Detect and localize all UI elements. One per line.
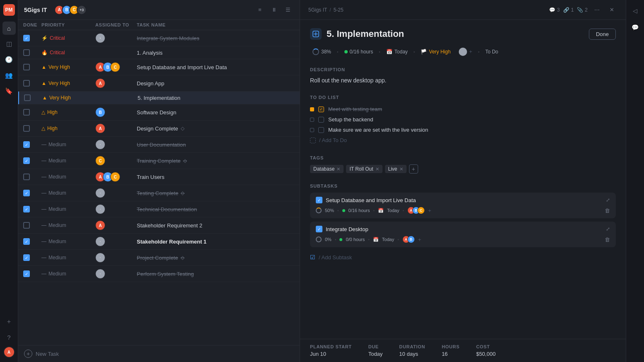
cost-label: COST [476,344,496,349]
close-icon[interactable]: ✕ [606,4,617,16]
task-checkbox[interactable]: ✓ [23,190,30,196]
task-checkbox[interactable] [23,222,30,229]
nav-home[interactable]: ⌂ [2,22,16,35]
add-subtask-row[interactable]: ☑ / Add Subtask [310,251,616,264]
view-list-icon[interactable]: ≡ [254,4,266,16]
duration-col: DURATION 10 days [399,344,425,357]
table-row[interactable]: ✓ — Medium · User Documentation [18,137,300,153]
view-grid-icon[interactable]: ☰ [282,4,294,16]
priority-label: Medium [48,271,66,277]
priority-label: Very High [48,64,70,70]
breadcrumb-sprint[interactable]: 5-25 [334,7,344,13]
sidebar-collapse-icon[interactable]: ◁ [629,4,642,17]
tag-label: Database [313,166,334,172]
very-high-icon: ▲ [41,64,46,70]
task-checkbox[interactable]: ✓ [23,206,30,212]
task-name: 5. Implementation [138,95,295,101]
tag-remove-icon[interactable]: ✕ [375,167,379,171]
priority-label: High [47,109,58,115]
nav-add[interactable]: ＋ [2,315,16,328]
table-row[interactable]: ✓ ⚡ Critical · Integrate System Modules [18,30,300,46]
attachment-count[interactable]: 📎 2 [577,7,588,13]
sidebar-chat-icon[interactable]: 💬 [629,21,642,34]
table-row[interactable]: △ High B Software Design [18,104,300,121]
task-checkbox[interactable] [23,109,30,116]
table-row[interactable]: ▲ Very High A Design App [18,75,300,92]
add-task-icon[interactable]: + [24,350,32,358]
external-link-icon[interactable]: ⤢ [606,226,610,232]
assigned-avatars: A [95,78,137,88]
task-checkbox[interactable] [24,94,31,101]
user-avatar[interactable]: A [3,346,15,358]
progress-meta[interactable]: 38% [310,47,334,56]
meta-sep: • [379,50,380,54]
new-task-row[interactable]: + New Task [18,345,300,362]
progress-value: 38% [321,49,331,55]
table-row[interactable]: △ High A Design Complete ◇ [18,121,300,137]
table-row[interactable]: ▲ Very High 5. Implementation [18,92,300,104]
task-checkbox[interactable] [23,125,30,132]
nav-team[interactable]: 👥 [2,69,16,82]
view-split-icon[interactable]: ⏸ [268,4,280,16]
task-checkbox[interactable] [23,64,30,70]
table-row[interactable]: ✓ — Medium · Stakeholder Requirement 1 [18,234,300,250]
link-count[interactable]: 🔗 1 [563,7,574,13]
priority-badge: — Medium [41,158,95,164]
tag-remove-icon[interactable]: ✕ [337,167,340,171]
task-checkbox[interactable]: ✓ [23,35,30,41]
external-link-icon[interactable]: ⤢ [606,197,610,203]
task-checkbox[interactable]: ✓ [23,254,30,261]
add-assignee-icon[interactable]: + [418,237,421,243]
task-checkbox[interactable]: ✓ [23,238,30,245]
subtask-avatars: A B [402,236,415,243]
nav-inbox[interactable]: ◫ [2,37,16,51]
more-options-icon[interactable]: ⋯ [591,4,603,16]
done-button[interactable]: Done [589,29,616,40]
add-todo-row[interactable]: / Add To Do [310,135,616,145]
add-assignee-icon[interactable]: + [428,208,431,214]
task-checkbox[interactable] [23,174,30,180]
todo-checkbox[interactable] [318,127,324,133]
subtask-delete-icon[interactable]: 🗑 [605,208,610,214]
table-row[interactable]: ✓ — Medium · Technical Documentation [18,201,300,217]
assignee-meta[interactable]: · + [456,46,475,57]
priority-label: Very High [49,95,71,101]
cost-value: $50,000 [476,351,496,357]
status-meta[interactable]: To Do [483,48,501,56]
add-assignee-icon[interactable]: + [469,49,472,55]
subtask-title-row: ✓ Setup Database and Import Live Data ⤢ [316,197,610,203]
table-row[interactable]: 🔥 Critical 1. Analysis [18,46,300,59]
tag-remove-icon[interactable]: ✕ [399,167,403,171]
add-tag-button[interactable]: + [409,164,418,174]
comment-count[interactable]: 💬 3 [549,7,560,13]
task-checkbox[interactable] [23,80,30,87]
table-row[interactable]: ▲ Very High A B C Setup Database and Imp… [18,59,300,75]
task-checkbox[interactable]: ✓ [23,270,30,277]
task-checkbox[interactable] [23,49,30,56]
task-checkbox[interactable]: ✓ [23,157,30,164]
subtask-checkbox[interactable]: ✓ [316,197,322,203]
priority-badge: — Medium [41,174,95,180]
priority-meta[interactable]: 🏳️ Very High [418,48,453,56]
table-row[interactable]: ✓ — Medium · Perform System Testing [18,266,300,282]
task-checkbox[interactable]: ✓ [23,141,30,148]
subtask-checkbox[interactable]: ✓ [316,226,322,232]
assigned-avatars: · [95,237,137,246]
col-priority[interactable]: PRIORITY [41,22,95,27]
table-row[interactable]: ✓ — Medium C Training Complete ◇ [18,153,300,169]
date-meta[interactable]: 📅 Today [384,48,410,56]
todo-checkbox[interactable] [318,106,324,112]
nav-clock[interactable]: 🕐 [2,53,16,66]
nav-bookmark[interactable]: 🔖 [2,84,16,98]
todo-checkbox[interactable] [318,117,324,123]
high-icon: △ [41,125,45,131]
table-row[interactable]: ✓ — Medium · Testing Complete ◇ [18,185,300,201]
table-row[interactable]: ✓ — Medium · Project Complete ◇ [18,250,300,266]
breadcrumb-project[interactable]: 5Gigs IT [308,7,327,13]
subtask-delete-icon[interactable]: 🗑 [605,237,610,243]
assigned-avatars: A [95,220,137,230]
table-row[interactable]: — Medium A Stakeholder Requirement 2 [18,217,300,234]
table-row[interactable]: — Medium A B C Train Users [18,169,300,185]
nav-help[interactable]: ? [2,331,16,344]
hours-meta[interactable]: 0/16 hours [342,48,376,56]
